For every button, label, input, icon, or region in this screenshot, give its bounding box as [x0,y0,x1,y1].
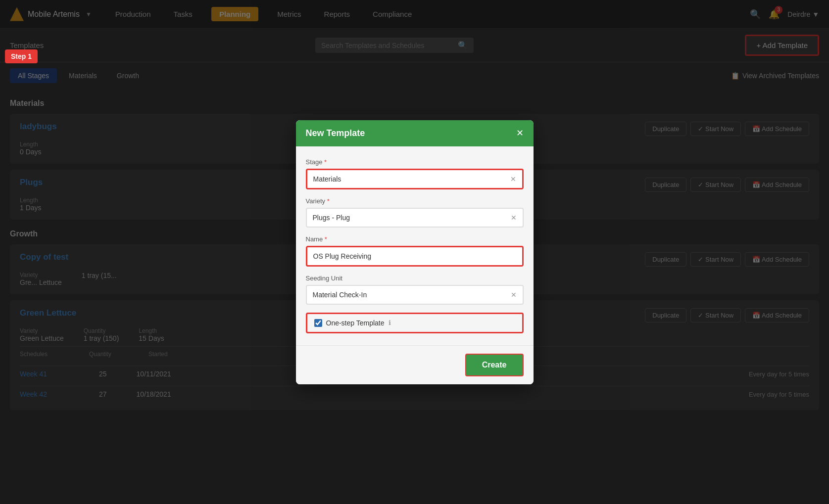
modal-footer: Create [296,345,534,384]
stage-select[interactable]: Materials ✕ [306,169,524,189]
form-group-stage: Stage * Materials ✕ [306,158,524,189]
name-input[interactable] [306,246,524,267]
seeding-unit-value: Material Check-In [313,291,367,299]
seeding-unit-label: Seeding Unit [306,275,524,282]
seeding-unit-select[interactable]: Material Check-In ✕ [306,285,524,305]
one-step-label: One-step Template [326,319,385,327]
modal-overlay: New Template ✕ Stage * Materials ✕ Varie… [0,0,829,504]
seeding-unit-clear-icon[interactable]: ✕ [511,291,517,299]
variety-value: Plugs - Plug [313,214,350,222]
variety-clear-icon[interactable]: ✕ [511,214,517,222]
stage-label: Stage * [306,158,524,166]
form-group-seeding-unit: Seeding Unit Material Check-In ✕ [306,275,524,305]
one-step-checkbox[interactable] [314,319,322,327]
name-label: Name * [306,235,524,243]
create-button[interactable]: Create [465,354,524,376]
form-group-variety: Variety * Plugs - Plug ✕ [306,197,524,228]
modal-header: New Template ✕ [296,120,534,146]
variety-select[interactable]: Plugs - Plug ✕ [306,208,524,228]
form-group-name: Name * [306,235,524,267]
stage-clear-icon[interactable]: ✕ [510,175,516,183]
modal-title: New Template [306,128,365,138]
variety-label: Variety * [306,197,524,205]
modal-body: Stage * Materials ✕ Variety * Plugs - Pl… [296,146,534,345]
modal-close-button[interactable]: ✕ [516,129,524,137]
one-step-template-row[interactable]: One-step Template ℹ [306,313,524,333]
stage-value: Materials [313,175,341,183]
new-template-modal: New Template ✕ Stage * Materials ✕ Varie… [296,120,534,384]
info-icon: ℹ [389,319,391,326]
